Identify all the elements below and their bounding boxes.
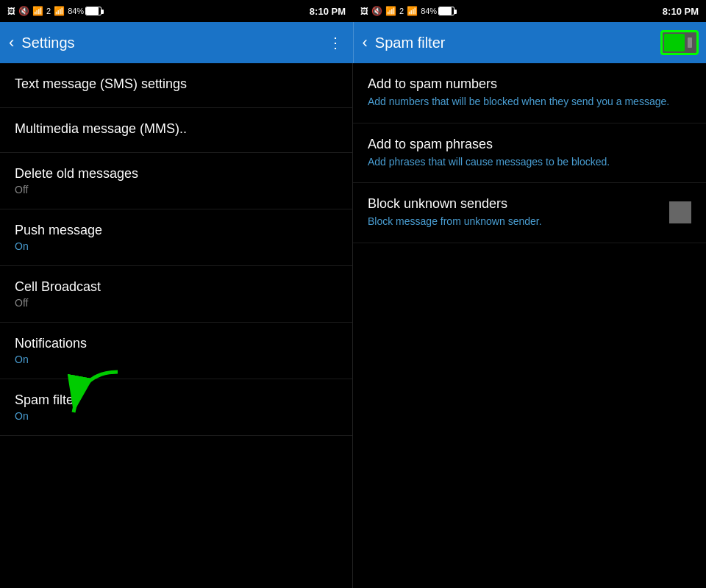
notifications-subtitle: On bbox=[15, 354, 338, 365]
settings-title-bar: ‹ Settings ⋮ bbox=[0, 22, 353, 63]
delete-old-item[interactable]: Delete old messages Off bbox=[0, 153, 352, 209]
main-content: Text message (SMS) settings Multimedia m… bbox=[0, 63, 706, 588]
delete-old-title: Delete old messages bbox=[15, 166, 338, 182]
battery-right: 84% bbox=[421, 7, 454, 15]
wifi-icon: 📶 bbox=[32, 6, 43, 16]
sms-settings-item[interactable]: Text message (SMS) settings bbox=[0, 63, 352, 108]
notifications-item[interactable]: Notifications On bbox=[0, 323, 352, 379]
mms-settings-title: Multimedia message (MMS).. bbox=[15, 121, 338, 137]
settings-left-panel: Text message (SMS) settings Multimedia m… bbox=[0, 63, 353, 588]
cell-broadcast-item[interactable]: Cell Broadcast Off bbox=[0, 266, 352, 323]
spam-filter-back-button[interactable]: ‹ bbox=[363, 33, 368, 52]
notifications-title: Notifications bbox=[15, 336, 338, 351]
block-senders-text: Block unknown senders Block message from… bbox=[368, 196, 662, 229]
mute-icon: 🔇 bbox=[18, 6, 29, 16]
left-time: 8:10 PM bbox=[310, 6, 346, 17]
spam-filter-right-panel: Add to spam numbers Add numbers that wil… bbox=[353, 63, 706, 588]
spam-filter-item[interactable]: Spam filter On bbox=[0, 379, 352, 436]
right-time: 8:10 PM bbox=[663, 6, 699, 17]
gallery-icon-right: 🖼 bbox=[360, 7, 368, 15]
status-bar-left: 🖼 🔇 📶 2 📶 84% 8:10 PM bbox=[0, 0, 353, 22]
spam-filter-title: Spam filter bbox=[375, 35, 446, 51]
signal-icon: 📶 bbox=[54, 6, 65, 16]
sms-settings-title: Text message (SMS) settings bbox=[15, 76, 338, 92]
battery-left: 84% bbox=[68, 7, 101, 15]
signal-icon-right: 📶 bbox=[407, 6, 418, 16]
block-senders-desc: Block message from unknown sender. bbox=[368, 215, 662, 229]
gallery-icon: 🖼 bbox=[7, 7, 15, 15]
spam-filter-title-bar: ‹ Spam filter bbox=[354, 22, 707, 63]
settings-title: Settings bbox=[21, 35, 74, 51]
status-bar-right: 🖼 🔇 📶 2 📶 84% 8:10 PM bbox=[353, 0, 706, 22]
add-spam-numbers-desc: Add numbers that will be blocked when th… bbox=[368, 95, 691, 110]
sim-icon-right: 2 bbox=[399, 7, 404, 15]
settings-back-button[interactable]: ‹ bbox=[9, 33, 14, 52]
spam-filter-toggle[interactable] bbox=[660, 30, 699, 55]
add-spam-numbers-title: Add to spam numbers bbox=[368, 76, 691, 92]
block-senders-title: Block unknown senders bbox=[368, 196, 662, 212]
spam-filter-subtitle: On bbox=[15, 410, 338, 422]
left-status-icons: 🖼 🔇 📶 2 📶 84% bbox=[7, 6, 101, 16]
status-bars: 🖼 🔇 📶 2 📶 84% 8:10 PM 🖼 🔇 📶 2 📶 84% 8:10… bbox=[0, 0, 706, 22]
right-status-icons: 🖼 🔇 📶 2 📶 84% bbox=[360, 6, 454, 16]
cell-broadcast-subtitle: Off bbox=[15, 297, 338, 309]
block-unknown-senders-item[interactable]: Block unknown senders Block message from… bbox=[353, 183, 706, 243]
mms-settings-item[interactable]: Multimedia message (MMS).. bbox=[0, 108, 352, 153]
add-spam-numbers-item[interactable]: Add to spam numbers Add numbers that wil… bbox=[353, 63, 706, 123]
delete-old-subtitle: Off bbox=[15, 184, 338, 196]
settings-more-button[interactable]: ⋮ bbox=[328, 34, 343, 51]
sim-icon: 2 bbox=[46, 7, 51, 15]
toggle-fill bbox=[664, 34, 685, 51]
mute-icon-right: 🔇 bbox=[371, 6, 382, 16]
cell-broadcast-title: Cell Broadcast bbox=[15, 279, 338, 295]
wifi-icon-right: 📶 bbox=[385, 6, 396, 16]
toggle-nub bbox=[688, 37, 692, 48]
add-spam-phrases-desc: Add phrases that will cause messages to … bbox=[368, 155, 691, 170]
spam-filter-item-title: Spam filter bbox=[15, 392, 338, 408]
push-message-subtitle: On bbox=[15, 240, 338, 252]
block-unknown-checkbox[interactable] bbox=[669, 201, 691, 223]
add-spam-phrases-item[interactable]: Add to spam phrases Add phrases that wil… bbox=[353, 123, 706, 184]
add-spam-phrases-title: Add to spam phrases bbox=[368, 137, 691, 152]
push-message-title: Push message bbox=[15, 223, 338, 238]
title-bars: ‹ Settings ⋮ ‹ Spam filter bbox=[0, 22, 706, 63]
push-message-item[interactable]: Push message On bbox=[0, 209, 352, 266]
